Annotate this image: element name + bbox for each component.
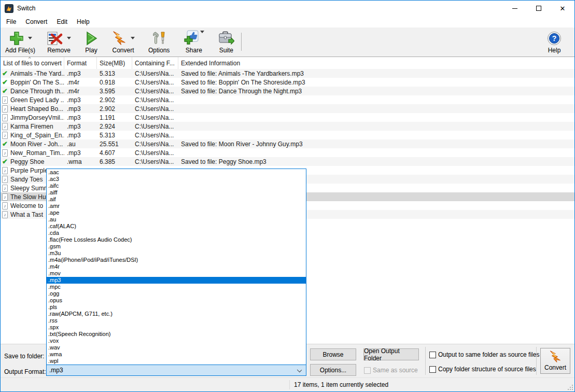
file-row[interactable]: Peggy Shoe .wma 6.385 C:\Users\Na... Sav… — [1, 157, 574, 166]
format-option[interactable]: .m4r — [47, 263, 306, 270]
format-option[interactable]: .aifc — [47, 183, 306, 189]
audio-file-icon — [2, 176, 8, 183]
convert-dropdown-arrow[interactable] — [131, 37, 135, 39]
output-same-folder-checkbox-box[interactable] — [429, 352, 436, 358]
format-option[interactable]: .raw(ADPCM, G711, etc.) — [47, 311, 306, 317]
format-option[interactable]: .ac3 — [47, 176, 306, 183]
format-option[interactable]: .wma — [47, 351, 306, 358]
column-header-size[interactable]: Size(MB) — [97, 57, 132, 69]
file-row[interactable]: King_of_Spain_En... .mp3 5.313 C:\Users\… — [1, 131, 574, 139]
format-option[interactable]: .wpl — [47, 358, 306, 365]
help-button[interactable]: ? Help — [544, 29, 564, 56]
file-folder-cell: C:\Users\Na... — [132, 114, 178, 121]
suite-button[interactable]: Suite — [215, 29, 237, 56]
menu-edit[interactable]: Edit — [52, 17, 72, 27]
options-button[interactable]: Options — [146, 29, 172, 56]
file-size-cell: 3.595 — [97, 88, 132, 95]
title-bar[interactable]: Switch ✕ — [1, 1, 574, 16]
format-option[interactable]: .caf(ALAC) — [47, 223, 306, 230]
file-row[interactable]: Animals -The Yard... .mp3 5.313 C:\Users… — [1, 69, 574, 78]
add-files-dropdown-arrow[interactable] — [28, 37, 32, 39]
format-option[interactable]: .m4a(iPhone/iPod/iPad/iTunes/DSI) — [47, 257, 306, 263]
file-folder-cell: C:\Users\Na... — [132, 132, 178, 139]
column-header-format[interactable]: Format — [64, 57, 97, 69]
convert-button[interactable]: Convert — [540, 348, 570, 374]
file-row[interactable]: Heart Shaped Bo... .mp3 2.902 C:\Users\N… — [1, 104, 574, 113]
remove-dropdown-arrow[interactable] — [67, 37, 71, 39]
add-file-icon — [9, 31, 24, 46]
file-row[interactable]: JimmyDorseyVmil... .mp3 1.191 C:\Users\N… — [1, 113, 574, 122]
options-label: Options — [148, 47, 170, 54]
format-option[interactable]: .m3u — [47, 250, 306, 257]
share-dropdown-arrow[interactable] — [200, 31, 204, 33]
format-option[interactable]: .gsm — [47, 243, 306, 250]
resize-grip[interactable] — [567, 384, 573, 390]
audio-file-icon — [2, 123, 8, 130]
format-option[interactable]: .au — [47, 216, 306, 223]
format-option[interactable]: .mov — [47, 270, 306, 277]
browse-button[interactable]: Browse — [310, 348, 356, 360]
copy-structure-checkbox-box[interactable] — [429, 366, 436, 373]
share-icon — [183, 30, 199, 46]
file-size-cell: 4.607 — [97, 149, 132, 157]
remove-button[interactable]: Remove — [44, 29, 74, 56]
format-option[interactable]: .opus — [47, 297, 306, 304]
audio-file-icon — [2, 167, 8, 174]
format-option[interactable]: .mp3 — [47, 277, 306, 284]
open-output-folder-button[interactable]: Open Output Folder — [363, 348, 419, 360]
minimize-button[interactable] — [503, 1, 527, 16]
format-option[interactable]: .cda — [47, 230, 306, 236]
column-header-files-label: List of files to convert — [3, 60, 62, 67]
svg-text:?: ? — [552, 34, 557, 43]
file-format-cell: .mp3 — [64, 105, 97, 113]
format-option[interactable]: .ogg — [47, 290, 306, 297]
format-option[interactable]: .aiff — [47, 189, 306, 196]
options-dots-button[interactable]: Options... — [310, 364, 356, 376]
output-same-folder-label: Output to same folder as source files — [438, 351, 539, 358]
file-row[interactable]: Boppin' On The S... .m4r 0.918 C:\Users\… — [1, 78, 574, 87]
format-option[interactable]: .ape — [47, 209, 306, 216]
column-header-files[interactable]: List of files to convert ^ — [1, 57, 64, 69]
format-option[interactable]: .rss — [47, 317, 306, 324]
close-button[interactable]: ✕ — [551, 1, 574, 16]
window-title: Switch — [17, 5, 35, 12]
format-option[interactable]: .aif — [47, 196, 306, 203]
file-row[interactable]: Karma Firemen .mp3 2.924 C:\Users\Na... — [1, 122, 574, 131]
file-row[interactable]: Dance Through th... .m4r 3.595 C:\Users\… — [1, 87, 574, 95]
format-option[interactable]: .mpc — [47, 284, 306, 290]
format-option[interactable]: .txt(Speech Recognition) — [47, 331, 306, 338]
format-option[interactable]: .flac(Free Lossless Audio Codec) — [47, 236, 306, 243]
file-row[interactable]: Green Eyed Lady ... .mp3 2.902 C:\Users\… — [1, 95, 574, 104]
format-option[interactable]: .vox — [47, 338, 306, 344]
audio-file-icon — [2, 149, 8, 157]
convert-toolbar-button[interactable]: Convert — [109, 29, 137, 56]
file-format-cell: .mp3 — [64, 132, 97, 139]
column-header-folder[interactable]: Containing F... — [132, 57, 178, 69]
output-format-combobox[interactable]: .mp3 — [46, 364, 306, 376]
play-icon — [85, 31, 98, 46]
column-header-info[interactable]: Extended Information — [178, 57, 574, 69]
format-option[interactable]: .amr — [47, 203, 306, 209]
output-format-value: .mp3 — [49, 367, 63, 374]
format-option[interactable]: .spx — [47, 324, 306, 331]
file-folder-cell: C:\Users\Na... — [132, 141, 178, 148]
format-option[interactable]: .pls — [47, 304, 306, 311]
share-button[interactable]: Share — [180, 29, 207, 56]
file-folder-cell: C:\Users\Na... — [132, 70, 178, 77]
menu-help[interactable]: Help — [72, 17, 94, 27]
menu-convert[interactable]: Convert — [21, 17, 52, 27]
file-format-cell: .mp3 — [64, 149, 97, 157]
format-option[interactable]: .aac — [47, 169, 306, 176]
menu-file[interactable]: File — [2, 17, 21, 27]
file-row[interactable]: New_Roman_Tim... .mp3 4.607 C:\Users\Na.… — [1, 148, 574, 157]
file-row[interactable]: Moon River - Joh... .au 25.551 C:\Users\… — [1, 139, 574, 148]
output-same-folder-checkbox[interactable]: Output to same folder as source files — [429, 351, 539, 358]
play-button[interactable]: Play — [82, 29, 101, 56]
format-option[interactable]: .wav — [47, 344, 306, 351]
copy-structure-label: Copy folder structure of source files — [438, 366, 536, 373]
same-as-source-label: Same as source — [373, 367, 418, 374]
copy-structure-checkbox[interactable]: Copy folder structure of source files — [429, 366, 536, 373]
maximize-button[interactable] — [527, 1, 551, 16]
add-files-button[interactable]: Add File(s) — [3, 29, 38, 56]
file-name-cell: Peggy Shoe — [10, 158, 64, 165]
